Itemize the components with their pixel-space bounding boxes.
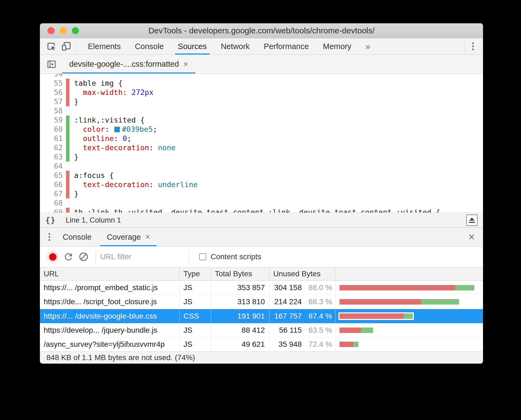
zoom-window-button[interactable] — [72, 27, 79, 34]
url-filter-input[interactable] — [100, 252, 184, 261]
usage-bar-cell — [335, 309, 483, 323]
line-number[interactable]: 69 — [40, 208, 66, 213]
usage-bar — [339, 299, 459, 304]
close-window-button[interactable] — [47, 27, 55, 34]
device-toolbar-icon[interactable] — [59, 39, 74, 54]
code-text[interactable] — [69, 162, 483, 171]
line-number[interactable]: 61 — [40, 134, 66, 143]
total-bytes-cell: 88 412 — [211, 323, 269, 337]
tab-performance[interactable]: Performance — [257, 38, 316, 54]
line-number[interactable]: 54 — [40, 74, 66, 79]
line-number[interactable]: 59 — [40, 116, 66, 125]
coverage-row[interactable]: /async_survey?site=ylj5ifxusvvmr4pJS49 6… — [40, 338, 483, 351]
main-menu-icon[interactable] — [467, 43, 479, 50]
coverage-summary-bar: 848 KB of 1.1 MB bytes are not used. (74… — [40, 351, 483, 364]
code-text[interactable]: max-width: 272px — [69, 88, 483, 97]
coverage-gutter-red — [66, 171, 69, 180]
toolbar-divider — [189, 250, 189, 263]
tab-console[interactable]: Console — [128, 38, 171, 54]
column-header-bar — [335, 267, 483, 280]
code-line: 58 — [40, 106, 483, 116]
editor-status-bar: {} Line 1, Column 1 — [40, 213, 483, 227]
minimize-window-button[interactable] — [60, 27, 67, 34]
coverage-gutter-red — [66, 97, 69, 106]
coverage-rows: https://... /prompt_embed_static.jsJS353… — [40, 281, 483, 351]
url-cell: https://develop... /jquery-bundle.js — [40, 323, 179, 337]
unused-bar-segment — [339, 299, 421, 304]
coverage-gutter-none — [66, 106, 69, 116]
line-number[interactable]: 60 — [40, 125, 66, 134]
drawer-tab-coverage[interactable]: Coverage× — [99, 228, 158, 246]
code-text[interactable]: text-decoration: underline — [69, 180, 483, 189]
code-text[interactable]: } — [69, 97, 483, 106]
pretty-print-button[interactable]: {} — [45, 216, 56, 225]
code-editor[interactable]: 5455table img {56 max-width: 272px57}585… — [40, 74, 483, 213]
code-line: 57} — [40, 97, 483, 106]
tab-sources[interactable]: Sources — [171, 38, 214, 54]
usage-bar — [339, 328, 373, 333]
unused-bytes-cell: 35 94872.4 % — [269, 338, 335, 351]
tab-elements[interactable]: Elements — [81, 38, 128, 54]
line-number[interactable]: 66 — [40, 180, 66, 189]
column-header-unused[interactable]: Unused Bytes — [269, 267, 335, 280]
code-text[interactable]: a:focus { — [69, 171, 483, 180]
code-text[interactable] — [69, 198, 483, 208]
code-line: 69th :link,th :visited, devsite-toast-co… — [40, 208, 483, 213]
coverage-gutter-green — [66, 116, 69, 125]
file-tab[interactable]: devsite-google-....css:formatted × — [62, 55, 195, 73]
line-number[interactable]: 57 — [40, 97, 66, 106]
open-panel-icon[interactable] — [466, 214, 478, 226]
unused-bytes-cell: 304 15886.0 % — [269, 281, 335, 294]
usage-bar — [339, 285, 474, 290]
navigator-toggle-icon[interactable] — [44, 57, 59, 72]
code-text[interactable]: } — [69, 189, 483, 198]
code-text[interactable]: outline: 0; — [69, 134, 483, 143]
coverage-row[interactable]: https://... /devsite-google-blue.cssCSS1… — [40, 309, 483, 323]
usage-bar-cell — [335, 323, 483, 337]
code-text[interactable] — [69, 106, 483, 116]
drawer-tab-console[interactable]: Console — [55, 228, 99, 246]
code-text[interactable]: color: #039be5; — [69, 125, 483, 134]
more-tabs-icon[interactable]: » — [360, 41, 376, 52]
line-number[interactable]: 56 — [40, 88, 66, 97]
line-number[interactable]: 67 — [40, 189, 66, 198]
line-number[interactable]: 58 — [40, 106, 66, 116]
coverage-row[interactable]: https://... /prompt_embed_static.jsJS353… — [40, 281, 483, 295]
reload-coverage-icon[interactable] — [61, 249, 76, 264]
file-tab-close-icon[interactable]: × — [183, 59, 188, 69]
code-text[interactable]: :link,:visited { — [69, 116, 483, 125]
coverage-gutter-green — [66, 125, 69, 134]
inspect-element-icon[interactable] — [44, 39, 59, 54]
clear-coverage-icon[interactable] — [76, 249, 91, 264]
drawer-menu-icon[interactable] — [44, 233, 55, 241]
column-header-total[interactable]: Total Bytes — [211, 267, 269, 280]
column-header-url[interactable]: URL — [40, 267, 179, 280]
line-number[interactable]: 63 — [40, 152, 66, 162]
code-line: 56 max-width: 272px — [40, 88, 483, 97]
code-text[interactable]: } — [69, 152, 483, 162]
tab-memory[interactable]: Memory — [316, 38, 358, 54]
line-number[interactable]: 64 — [40, 162, 66, 171]
coverage-row[interactable]: https://develop... /jquery-bundle.jsJS88… — [40, 323, 483, 337]
line-number[interactable]: 55 — [40, 79, 66, 88]
drawer-close-icon[interactable]: × — [464, 231, 479, 243]
code-line: 68 — [40, 198, 483, 208]
content-scripts-checkbox[interactable] — [199, 253, 206, 260]
coverage-row[interactable]: https://de... /script_foot_closure.jsJS3… — [40, 295, 483, 309]
code-text[interactable]: table img { — [69, 79, 483, 88]
color-swatch[interactable] — [114, 127, 120, 132]
code-text[interactable] — [69, 74, 483, 79]
line-number[interactable]: 62 — [40, 143, 66, 152]
main-tabs: ElementsConsoleSourcesNetworkPerformance… — [81, 38, 358, 54]
coverage-table-header: URL Type Total Bytes Unused Bytes — [40, 267, 483, 281]
column-header-type[interactable]: Type — [179, 267, 211, 280]
code-text[interactable]: th :link,th :visited, devsite-toast-cont… — [69, 208, 483, 213]
record-coverage-button[interactable] — [49, 253, 56, 261]
tab-network[interactable]: Network — [214, 38, 257, 54]
line-number[interactable]: 65 — [40, 171, 66, 180]
title-bar: DevTools - developers.google.com/web/too… — [40, 23, 483, 38]
line-number[interactable]: 68 — [40, 198, 66, 208]
unused-bytes-cell: 56 11563.5 % — [269, 323, 335, 337]
coverage-tab-close-icon[interactable]: × — [145, 232, 150, 242]
code-text[interactable]: text-decoration: none — [69, 143, 483, 152]
